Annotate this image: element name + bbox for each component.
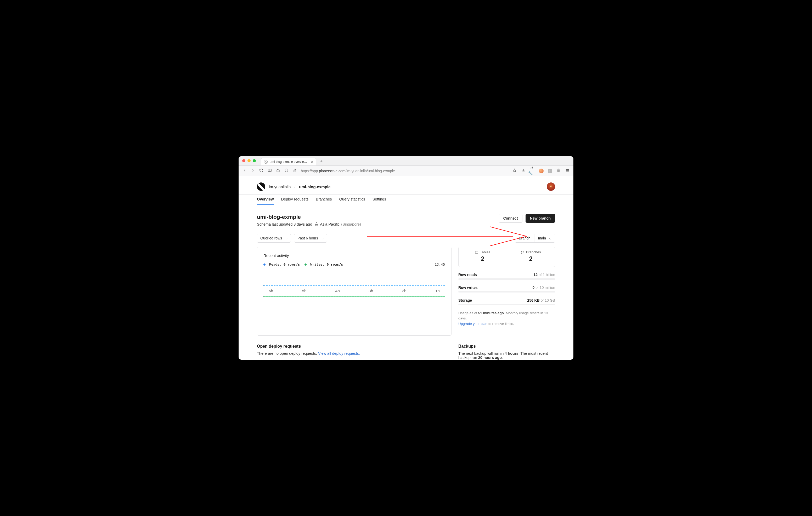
row-writes-bar [458, 291, 555, 293]
user-avatar[interactable]: Y [547, 182, 555, 191]
upgrade-plan-link[interactable]: Upgrade your plan [458, 322, 487, 326]
region-location: (Singapore) [341, 222, 361, 226]
svg-rect-2 [294, 170, 296, 172]
nav-forward-button[interactable] [251, 168, 255, 174]
profile-avatar-icon[interactable] [539, 169, 544, 173]
home-button[interactable] [276, 168, 281, 174]
activity-chart: 6h 5h 4h 3h 2h 1h [263, 285, 445, 297]
branch-icon [521, 250, 524, 254]
axis-tick: 3h [369, 289, 373, 293]
stat-branches[interactable]: Branches 2 [507, 247, 555, 267]
stat-tables-value: 2 [461, 255, 504, 263]
branch-selector-label: Branch [515, 234, 534, 242]
download-icon[interactable] [521, 168, 526, 174]
recent-activity-title: Recent activity [263, 253, 445, 258]
browser-tab[interactable]: umi-blog-exmple overview - Pla × [261, 158, 316, 165]
backups-text: The next backup will run in 4 hours. The… [458, 351, 555, 360]
row-reads-limit: of 1 billion [539, 273, 555, 277]
row-writes-limit: of 10 million [535, 285, 555, 290]
open-deploy-text: There are no open deploy requests. [257, 351, 318, 356]
reads-legend-label: Reads: [269, 263, 282, 266]
globe-icon[interactable] [556, 168, 561, 174]
axis-tick: 6h [269, 289, 273, 293]
svg-point-10 [521, 251, 522, 252]
branch-selector[interactable]: main ⌵ [534, 234, 555, 242]
connect-button[interactable]: Connect [499, 214, 522, 223]
row-reads-label: Row reads [458, 273, 477, 277]
svg-rect-0 [268, 169, 271, 172]
devtools-icon[interactable]: 🔧 [530, 166, 535, 176]
chevron-down-icon: ⌵ [549, 236, 551, 240]
storage-bar [458, 304, 555, 305]
reads-legend-value: 0 rows/s [284, 263, 300, 266]
axis-tick: 5h [302, 289, 306, 293]
range-select[interactable]: Past 6 hours ⌵ [294, 234, 327, 243]
sidebar-toggle-icon[interactable] [267, 168, 272, 174]
window-maximize-button[interactable] [253, 159, 256, 162]
row-writes-value: 0 [532, 285, 535, 290]
window-minimize-button[interactable] [248, 159, 251, 162]
svg-rect-7 [475, 251, 478, 253]
svg-point-11 [521, 253, 522, 253]
tab-overview[interactable]: Overview [257, 194, 274, 205]
view-all-deploy-link[interactable]: View all deploy requests. [318, 351, 360, 356]
storage-value: 256 KB [527, 298, 540, 302]
storage-label: Storage [458, 298, 472, 302]
writes-legend-value: 0 rows/s [327, 263, 343, 266]
tab-favicon-icon [264, 160, 268, 164]
stat-tables-label: Tables [480, 250, 490, 254]
chevron-down-icon: ⌵ [322, 237, 324, 240]
metric-select-value: Queried rows [260, 236, 282, 240]
tab-branches[interactable]: Branches [316, 194, 332, 205]
row-writes-label: Row writes [458, 285, 478, 290]
bookmark-star-icon[interactable] [512, 168, 517, 174]
tab-query-statistics[interactable]: Query statistics [339, 194, 365, 205]
tab-title: umi-blog-exmple overview - Pla [270, 160, 309, 164]
schema-updated-text: Schema last updated 8 days ago [257, 222, 312, 226]
table-icon [475, 250, 478, 254]
axis-tick: 4h [336, 289, 340, 293]
stat-branches-value: 2 [509, 255, 553, 263]
tab-settings[interactable]: Settings [373, 194, 386, 205]
extensions-icon[interactable] [548, 169, 552, 173]
nav-tabs: Overview Deploy requests Branches Query … [257, 194, 555, 205]
writes-legend-dot [304, 264, 307, 266]
lock-icon [292, 168, 297, 174]
svg-point-12 [523, 251, 524, 252]
region-name: Asia Pacific [320, 222, 340, 226]
tab-close-icon[interactable]: × [311, 160, 313, 164]
reads-legend-dot [263, 264, 265, 266]
row-reads-value: 12 [533, 273, 538, 277]
new-branch-button[interactable]: New branch [526, 214, 555, 223]
stat-tables[interactable]: Tables 2 [459, 247, 507, 267]
breadcrumb-project[interactable]: umi-blog-exmple [299, 185, 330, 189]
shield-icon[interactable] [284, 168, 289, 174]
window-close-button[interactable] [242, 159, 245, 162]
axis-tick: 1h [435, 289, 440, 293]
tab-deploy-requests[interactable]: Deploy requests [281, 194, 309, 205]
breadcrumb: im-yuanlinlin / umi-blog-exmple [257, 182, 330, 191]
project-title: umi-blog-exmple [257, 214, 361, 220]
breadcrumb-org[interactable]: im-yuanlinlin [269, 185, 291, 189]
chevron-down-icon: ⌵ [286, 237, 288, 240]
region-globe-icon [315, 222, 318, 226]
open-deploy-heading: Open deploy requests [257, 344, 452, 349]
axis-tick: 2h [402, 289, 406, 293]
storage-limit: of 10 GB [541, 298, 555, 302]
activity-timestamp: 13:45 [435, 263, 445, 266]
url-text: https://app.planetscale.com/im-yuanlinli… [301, 169, 395, 173]
range-select-value: Past 6 hours [297, 236, 318, 240]
menu-icon[interactable] [565, 168, 570, 174]
nav-reload-button[interactable] [259, 168, 264, 174]
new-tab-button[interactable]: + [318, 158, 325, 165]
stat-branches-label: Branches [526, 250, 541, 254]
writes-legend-label: Writes: [310, 263, 325, 266]
url-field[interactable]: https://app.planetscale.com/im-yuanlinli… [301, 169, 509, 173]
planetscale-logo-icon[interactable] [257, 182, 265, 191]
metric-select[interactable]: Queried rows ⌵ [257, 234, 291, 243]
branch-selector-value: main [538, 236, 546, 240]
nav-back-button[interactable] [242, 168, 247, 174]
backups-heading: Backups [458, 344, 555, 349]
usage-note: Usage as of 51 minutes ago. Monthly usag… [458, 310, 555, 327]
row-reads-bar [458, 278, 555, 280]
